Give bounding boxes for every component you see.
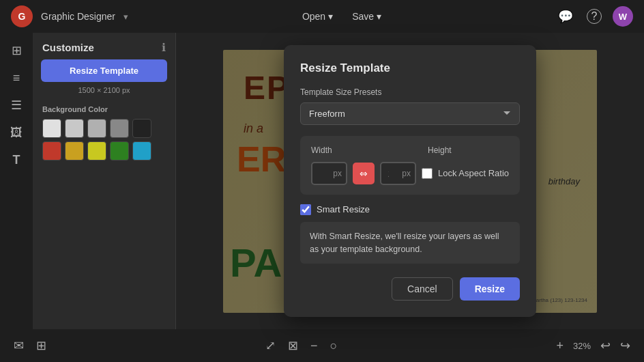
undo-button[interactable]: ↩ bbox=[600, 338, 611, 353]
minus-icon: − bbox=[310, 339, 318, 352]
text-icon: T bbox=[13, 153, 20, 167]
bottom-left: ✉ ⊞ bbox=[14, 338, 46, 353]
smart-resize-checkbox[interactable] bbox=[300, 204, 311, 215]
customize-panel: Customize ℹ Resize Template 1500 × 2100 … bbox=[33, 33, 176, 329]
expand-icon: ⤢ bbox=[265, 339, 276, 352]
bottom-right: + 32% ↩ ↪ bbox=[556, 338, 630, 353]
color-swatch-medium-light-gray[interactable] bbox=[65, 119, 84, 138]
sliders-icon: ≡ bbox=[13, 71, 20, 85]
photos-icon: 🖼 bbox=[10, 126, 23, 140]
color-swatch-near-black[interactable] bbox=[132, 119, 151, 138]
save-chevron-icon: ▾ bbox=[377, 11, 381, 22]
color-swatch-medium-gray[interactable] bbox=[87, 119, 106, 138]
color-swatch-red[interactable] bbox=[42, 141, 61, 161]
sidebar-list-button[interactable]: ☰ bbox=[4, 93, 29, 117]
grid-view-button[interactable]: ⊞ bbox=[36, 338, 46, 353]
link-dimensions-button[interactable]: ⇔ bbox=[353, 163, 375, 184]
modal-title: Resize Template bbox=[300, 61, 520, 75]
plus-icon: + bbox=[556, 339, 564, 352]
smart-resize-description: With Smart Resize, we'll resize your lay… bbox=[300, 222, 520, 264]
open-button[interactable]: Open ▾ bbox=[295, 8, 340, 25]
height-input-wrap: px bbox=[380, 162, 416, 185]
height-label: Height bbox=[428, 145, 509, 155]
sidebar-grid-button[interactable]: ⊞ bbox=[4, 38, 29, 63]
expand-button[interactable]: ⤢ bbox=[265, 338, 276, 353]
color-swatch-green[interactable] bbox=[110, 141, 129, 161]
modal-actions: Cancel Resize bbox=[300, 277, 520, 301]
grid-view-icon: ⊞ bbox=[36, 339, 46, 352]
color-swatch-light-gray[interactable] bbox=[42, 119, 61, 138]
dimensions-box: Width Height px ⇔ px Lock Aspect bbox=[300, 136, 520, 195]
info-icon: ℹ bbox=[162, 42, 166, 53]
bottom-bar: ✉ ⊞ ⤢ ⊠ − ○ + 32% ↩ ↪ bbox=[0, 329, 644, 362]
link-icon: ⇔ bbox=[360, 168, 368, 179]
sidebar-photos-button[interactable]: 🖼 bbox=[4, 120, 29, 145]
bottom-center: ⤢ ⊠ − ○ bbox=[265, 338, 337, 353]
resize-template-button[interactable]: Resize Template bbox=[41, 59, 167, 82]
collapse-button[interactable]: ⊠ bbox=[288, 338, 298, 353]
width-label: Width bbox=[311, 145, 392, 155]
template-size: 1500 × 2100 px bbox=[33, 86, 175, 94]
top-nav-right: 💬 ? W bbox=[555, 6, 633, 27]
width-input-wrap: px bbox=[311, 162, 347, 185]
email-icon-button[interactable]: ✉ bbox=[14, 338, 24, 353]
list-icon: ☰ bbox=[11, 98, 22, 113]
zoom-in-button[interactable]: + bbox=[556, 339, 564, 353]
color-swatch-dark-gray[interactable] bbox=[110, 119, 129, 138]
dim-inputs-row: px ⇔ px Lock Aspect Ratio bbox=[311, 162, 509, 185]
zoom-circle-button[interactable]: ○ bbox=[330, 338, 338, 353]
panel-title: Customize bbox=[42, 42, 94, 53]
lock-aspect-label: Lock Aspect Ratio bbox=[438, 168, 509, 178]
resize-button[interactable]: Resize bbox=[460, 277, 520, 301]
background-color-label: Background Color bbox=[33, 101, 175, 116]
zoom-level: 32% bbox=[573, 341, 591, 351]
top-nav-left: G Graphic Designer ▾ bbox=[11, 5, 128, 27]
sidebar-text-button[interactable]: T bbox=[4, 148, 29, 172]
cancel-button[interactable]: Cancel bbox=[392, 277, 453, 301]
modal-overlay: Resize Template Template Size Presets Fr… bbox=[176, 33, 644, 329]
smart-resize-row: Smart Resize bbox=[300, 204, 520, 215]
color-swatch-blue[interactable] bbox=[132, 141, 151, 161]
redo-icon: ↪ bbox=[620, 339, 630, 352]
lock-aspect-row: Lock Aspect Ratio bbox=[422, 168, 509, 179]
top-nav-center: Open ▾ Save ▾ bbox=[295, 8, 388, 25]
dim-header: Width Height bbox=[311, 145, 509, 155]
panel-info-button[interactable]: ℹ bbox=[162, 41, 166, 54]
chat-button[interactable]: 💬 bbox=[555, 6, 576, 27]
grid-icon: ⊞ bbox=[12, 43, 22, 58]
redo-button[interactable]: ↪ bbox=[620, 338, 630, 353]
help-icon: ? bbox=[587, 9, 602, 24]
user-avatar[interactable]: W bbox=[613, 6, 633, 27]
app-name: Graphic Designer bbox=[41, 11, 115, 22]
color-swatch-gold[interactable] bbox=[65, 141, 84, 161]
collapse-icon: ⊠ bbox=[288, 339, 298, 352]
preset-select[interactable]: FreeformInstagram PostFacebook CoverTwit… bbox=[300, 102, 520, 125]
open-chevron-icon: ▾ bbox=[328, 11, 333, 22]
color-swatches bbox=[33, 116, 175, 167]
color-swatch-yellow[interactable] bbox=[87, 141, 106, 161]
presets-label: Template Size Presets bbox=[300, 87, 520, 97]
undo-icon: ↩ bbox=[600, 339, 611, 352]
help-button[interactable]: ? bbox=[584, 6, 604, 27]
app-name-chevron: ▾ bbox=[123, 12, 128, 22]
top-nav: G Graphic Designer ▾ Open ▾ Save ▾ 💬 ? W bbox=[0, 0, 644, 33]
email-icon: ✉ bbox=[14, 339, 24, 352]
smart-resize-label: Smart Resize bbox=[317, 204, 370, 214]
circle-icon: ○ bbox=[330, 339, 338, 352]
height-input[interactable] bbox=[380, 162, 416, 185]
lock-aspect-checkbox[interactable] bbox=[422, 168, 433, 179]
resize-template-modal: Resize Template Template Size Presets Fr… bbox=[284, 45, 536, 318]
panel-header: Customize ℹ bbox=[33, 33, 175, 59]
chat-icon: 💬 bbox=[558, 10, 573, 23]
save-button[interactable]: Save ▾ bbox=[345, 8, 388, 25]
zoom-out-button[interactable]: − bbox=[310, 338, 318, 353]
width-input[interactable] bbox=[311, 162, 347, 185]
app-logo: G bbox=[11, 5, 33, 27]
sidebar-sliders-button[interactable]: ≡ bbox=[4, 66, 29, 90]
left-sidebar: ⊞ ≡ ☰ 🖼 T bbox=[0, 33, 33, 329]
